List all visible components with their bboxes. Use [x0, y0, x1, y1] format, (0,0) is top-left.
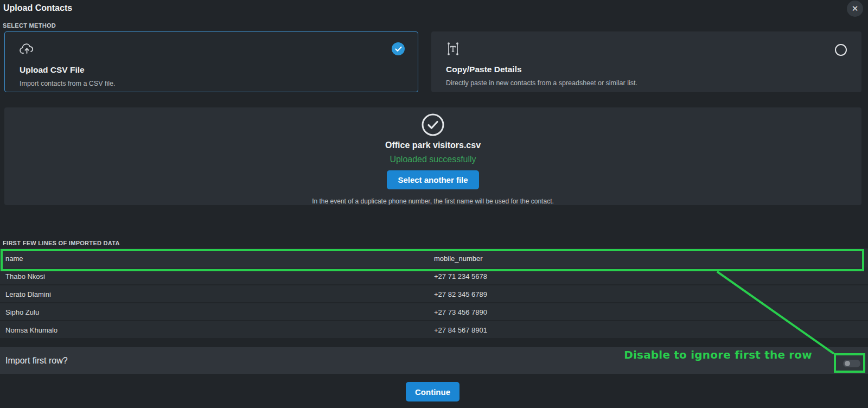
column-header-name: name: [5, 254, 23, 263]
table-row: Thabo Nkosi +27 71 234 5678: [0, 267, 868, 284]
preview-label: FIRST FEW LINES OF IMPORTED DATA: [3, 240, 120, 246]
cell-mobile-number: +27 73 456 7890: [434, 308, 487, 316]
column-header-mobile-number: mobile_number: [434, 254, 483, 263]
select-method-label: SELECT METHOD: [3, 22, 56, 29]
table-header-row: name mobile_number: [0, 248, 868, 268]
table-row: Lerato Dlamini +27 82 345 6789: [0, 285, 868, 302]
upload-success-text: Uploaded successfully: [4, 155, 861, 164]
import-first-row-toggle[interactable]: [843, 360, 860, 367]
method-desc-upload-csv: Import contacts from a CSV file.: [20, 80, 403, 87]
text-paste-icon: [446, 42, 847, 55]
import-first-row-label: Import first row?: [5, 356, 68, 366]
method-desc-copy-paste: Directly paste in new contacts from a sp…: [446, 79, 847, 87]
duplicate-hint-text: In the event of a duplicate phone number…: [4, 197, 861, 205]
method-card-upload-csv[interactable]: Upload CSV File Import contacts from a C…: [4, 31, 418, 92]
cell-mobile-number: +27 84 567 8901: [434, 326, 487, 334]
close-button[interactable]: ✕: [847, 1, 863, 17]
method-title-upload-csv: Upload CSV File: [20, 65, 403, 75]
radio-unselected-icon[interactable]: [835, 44, 847, 56]
cell-name: Nomsa Khumalo: [5, 326, 58, 334]
select-another-file-button[interactable]: Select another file: [387, 170, 478, 189]
cell-name: Sipho Zulu: [5, 308, 39, 316]
method-title-copy-paste: Copy/Paste Details: [446, 65, 847, 74]
table-row: Sipho Zulu +27 73 456 7890: [0, 303, 868, 320]
cell-name: Thabo Nkosi: [5, 272, 45, 280]
cell-name: Lerato Dlamini: [5, 290, 51, 298]
page-title: Upload Contacts: [3, 3, 72, 13]
cloud-upload-icon: [20, 43, 403, 56]
import-first-row-bar: Import first row?: [0, 347, 868, 374]
close-icon: ✕: [852, 4, 859, 14]
continue-button[interactable]: Continue: [406, 382, 459, 401]
cell-mobile-number: +27 71 234 5678: [434, 272, 487, 280]
selected-check-icon: [392, 42, 405, 55]
table-row: Nomsa Khumalo +27 84 567 8901: [0, 321, 868, 338]
uploaded-file-name: Office park visitors.csv: [4, 141, 861, 150]
check-circle-icon: [4, 113, 861, 139]
upload-status-panel: Office park visitors.csv Uploaded succes…: [4, 107, 861, 205]
cell-mobile-number: +27 82 345 6789: [434, 290, 487, 298]
method-card-copy-paste[interactable]: Copy/Paste Details Directly paste in new…: [431, 31, 861, 92]
toggle-knob: [845, 361, 850, 366]
